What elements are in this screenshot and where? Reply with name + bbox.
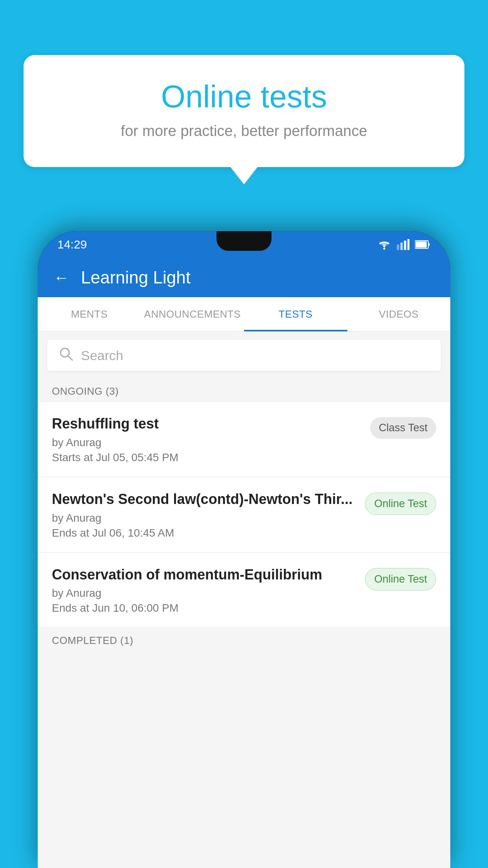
test-time-2: Ends at Jul 06, 10:45 AM <box>52 527 357 539</box>
test-title-2: Newton's Second law(contd)-Newton's Thir… <box>52 490 357 509</box>
svg-rect-3 <box>407 239 409 250</box>
wifi-icon <box>377 239 391 250</box>
signal-icon <box>397 239 409 250</box>
status-icons <box>377 239 431 250</box>
test-info-3: Conservation of momentum-Equilibrium by … <box>52 566 365 615</box>
test-badge-1: Class Test <box>370 417 436 439</box>
back-button[interactable]: ← <box>53 269 69 287</box>
battery-icon <box>415 240 431 249</box>
search-bar[interactable]: Search <box>47 340 441 371</box>
completed-section-header: COMPLETED (1) <box>38 628 450 651</box>
test-title-3: Conservation of momentum-Equilibrium <box>52 566 357 584</box>
speech-bubble: Online tests for more practice, better p… <box>24 55 464 167</box>
tab-announcements[interactable]: ANNOUNCEMENTS <box>141 297 244 331</box>
phone-notch <box>216 231 272 251</box>
test-item-3[interactable]: Conservation of momentum-Equilibrium by … <box>38 553 450 628</box>
test-badge-3: Online Test <box>365 568 436 590</box>
tab-videos[interactable]: VIDEOS <box>347 297 451 331</box>
test-item-2[interactable]: Newton's Second law(contd)-Newton's Thir… <box>38 478 450 552</box>
tab-ments[interactable]: MENTS <box>38 297 141 331</box>
svg-line-8 <box>68 356 72 360</box>
test-time-1: Starts at Jul 05, 05:45 PM <box>52 451 362 464</box>
speech-bubble-container: Online tests for more practice, better p… <box>24 55 464 167</box>
speech-bubble-subtitle: for more practice, better performance <box>55 123 433 140</box>
status-time: 14:29 <box>57 238 87 251</box>
tabs-bar: MENTS ANNOUNCEMENTS TESTS VIDEOS <box>38 297 450 332</box>
test-info-1: Reshuffling test by Anurag Starts at Jul… <box>52 415 370 464</box>
app-bar-title: Learning Light <box>81 268 191 287</box>
speech-bubble-title: Online tests <box>55 79 433 115</box>
svg-rect-1 <box>400 243 403 250</box>
test-info-2: Newton's Second law(contd)-Newton's Thir… <box>52 490 365 539</box>
svg-rect-5 <box>428 243 430 246</box>
test-item-1[interactable]: Reshuffling test by Anurag Starts at Jul… <box>38 402 450 477</box>
svg-rect-6 <box>416 241 427 248</box>
test-badge-2: Online Test <box>365 493 436 515</box>
test-time-3: Ends at Jun 10, 06:00 PM <box>52 602 357 614</box>
search-icon <box>59 347 73 364</box>
phone-content: MENTS ANNOUNCEMENTS TESTS VIDEOS Search <box>38 297 450 868</box>
phone-frame: 14:29 ← Learning Light <box>38 231 450 868</box>
test-author-1: by Anurag <box>52 436 362 449</box>
test-author-2: by Anurag <box>52 512 357 524</box>
search-placeholder: Search <box>81 348 123 363</box>
svg-rect-0 <box>397 245 399 250</box>
tab-tests[interactable]: TESTS <box>244 297 347 331</box>
test-author-3: by Anurag <box>52 587 357 600</box>
svg-rect-2 <box>404 241 406 250</box>
ongoing-section-header: ONGOING (3) <box>38 379 450 402</box>
test-title-1: Reshuffling test <box>52 415 362 433</box>
app-bar: ← Learning Light <box>38 258 450 297</box>
